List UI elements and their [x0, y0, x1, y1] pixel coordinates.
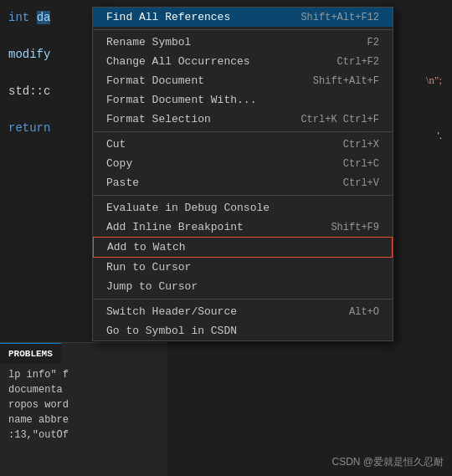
menu-item-paste[interactable]: Paste Ctrl+V — [93, 173, 393, 192]
menu-item-shortcut: Shift+Alt+F — [313, 75, 379, 87]
menu-separator-4 — [93, 299, 393, 299]
code-hint-right: \n"; — [426, 74, 442, 87]
menu-item-label: Change All Occurrences — [106, 55, 250, 68]
menu-item-shortcut: F2 — [367, 37, 379, 49]
menu-item-label: Switch Header/Source — [106, 305, 237, 318]
menu-item-cut[interactable]: Cut Ctrl+X — [93, 135, 393, 154]
menu-item-label: Copy — [106, 157, 132, 170]
menu-separator-1 — [93, 29, 393, 30]
menu-item-label: Format Selection — [106, 113, 211, 125]
menu-item-switch-header-source[interactable]: Switch Header/Source Alt+O — [93, 302, 393, 321]
panel-line-5: :13,"outOf — [8, 427, 159, 443]
menu-item-shortcut: Ctrl+X — [343, 139, 379, 151]
menu-item-shortcut: Ctrl+K Ctrl+F — [300, 114, 379, 125]
watermark: CSDN @爱就是恒久忍耐 — [331, 455, 444, 469]
menu-item-label: Run to Cursor — [106, 261, 191, 274]
menu-item-shortcut: Alt+O — [349, 306, 379, 318]
menu-item-format-selection[interactable]: Format Selection Ctrl+K Ctrl+F — [93, 110, 393, 129]
menu-item-add-to-watch[interactable]: Add to Watch — [93, 237, 393, 258]
menu-item-label: Format Document — [106, 74, 204, 87]
menu-separator-2 — [93, 131, 393, 132]
panel-line-4: name abbre — [8, 412, 159, 427]
panel-line-1: lp info" f — [8, 367, 159, 382]
menu-item-label: Rename Symbol — [106, 36, 191, 49]
menu-item-shortcut: Shift+Alt+F12 — [300, 12, 379, 23]
bottom-panel: PROBLEMS lp info" f documenta ropos word… — [0, 342, 167, 476]
menu-item-label: Add to Watch — [107, 241, 186, 253]
panel-tab-problems[interactable]: PROBLEMS — [0, 343, 61, 364]
menu-item-label: Jump to Cursor — [106, 280, 198, 293]
context-menu: Find All References Shift+Alt+F12 Rename… — [92, 7, 393, 341]
menu-item-evaluate-debug[interactable]: Evaluate in Debug Console — [93, 198, 393, 218]
menu-separator-3 — [93, 195, 393, 196]
panel-line-2: documenta — [8, 382, 159, 397]
menu-item-rename-symbol[interactable]: Rename Symbol F2 — [93, 33, 393, 52]
menu-item-go-to-symbol[interactable]: Go to Symbol in CSDN — [93, 321, 393, 340]
menu-item-format-document[interactable]: Format Document Shift+Alt+F — [93, 71, 393, 90]
menu-item-jump-to-cursor[interactable]: Jump to Cursor — [93, 277, 393, 296]
menu-item-shortcut: Ctrl+F2 — [337, 56, 379, 68]
menu-item-label: Add Inline Breakpoint — [106, 221, 244, 233]
menu-item-change-all-occurrences[interactable]: Change All Occurrences Ctrl+F2 — [93, 52, 393, 71]
menu-item-label: Format Document With... — [106, 94, 256, 106]
menu-item-label: Go to Symbol in CSDN — [106, 325, 237, 337]
menu-item-label: Evaluate in Debug Console — [106, 202, 270, 214]
panel-content: lp info" f documenta ropos word name abb… — [0, 364, 167, 446]
menu-item-label: Paste — [106, 177, 139, 189]
menu-item-label: Cut — [106, 138, 126, 151]
menu-item-find-all-references[interactable]: Find All References Shift+Alt+F12 — [93, 8, 393, 27]
menu-item-add-inline-breakpoint[interactable]: Add Inline Breakpoint Shift+F9 — [93, 218, 393, 237]
menu-item-run-to-cursor[interactable]: Run to Cursor — [93, 258, 393, 277]
menu-item-copy[interactable]: Copy Ctrl+C — [93, 154, 393, 173]
code-hint-right2: '. — [437, 129, 442, 142]
menu-item-label: Find All References — [106, 11, 230, 23]
menu-item-shortcut: Shift+F9 — [331, 222, 379, 233]
menu-item-shortcut: Ctrl+V — [343, 177, 379, 189]
panel-line-3: ropos word — [8, 397, 159, 412]
menu-item-shortcut: Ctrl+C — [343, 158, 379, 170]
menu-item-format-document-with[interactable]: Format Document With... — [93, 90, 393, 110]
